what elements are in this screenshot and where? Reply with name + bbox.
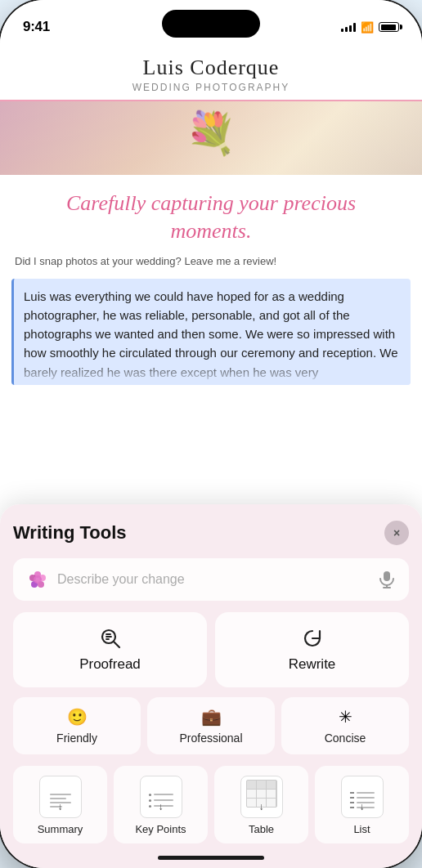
table-button[interactable]: ↓ Table xyxy=(214,766,308,843)
key-points-button[interactable]: ↓ Key Points xyxy=(114,766,208,843)
battery-icon xyxy=(379,22,399,32)
phone-frame: 9:41 📶 Luis Coderque Wedding Photography… xyxy=(0,0,422,868)
key-points-label: Key Points xyxy=(135,823,186,835)
site-header: Luis Coderque Wedding Photography xyxy=(0,44,422,101)
rewrite-button[interactable]: Rewrite xyxy=(215,612,409,687)
concise-label: Concise xyxy=(325,732,366,745)
format-actions: ↓ Summary ↓ Key Points xyxy=(13,766,409,843)
signal-icon xyxy=(341,22,356,32)
panel-header: Writing Tools × xyxy=(13,521,409,545)
professional-button[interactable]: 💼 Professional xyxy=(147,697,275,754)
site-tagline: Carefully capturing your precious moment… xyxy=(0,175,422,252)
friendly-label: Friendly xyxy=(56,732,97,745)
list-icon: ↓ xyxy=(341,776,384,818)
mic-icon[interactable] xyxy=(378,570,396,588)
professional-label: Professional xyxy=(179,732,242,745)
svg-rect-6 xyxy=(384,571,390,581)
status-icons: 📶 xyxy=(341,21,399,34)
search-placeholder[interactable]: Describe your change xyxy=(57,572,370,587)
website-content: Luis Coderque Wedding Photography Carefu… xyxy=(0,44,422,385)
ai-flower-icon xyxy=(26,568,49,591)
concise-button[interactable]: ✳ Concise xyxy=(281,697,409,754)
professional-icon: 💼 xyxy=(201,707,222,727)
home-indicator xyxy=(158,856,264,860)
summary-label: Summary xyxy=(38,823,83,835)
friendly-button[interactable]: 🙂 Friendly xyxy=(13,697,141,754)
hero-image xyxy=(0,101,422,175)
site-subtitle: Wedding Photography xyxy=(16,82,406,93)
proofread-button[interactable]: Proofread xyxy=(13,612,207,687)
selected-text: Luis was everything we could have hoped … xyxy=(11,279,411,385)
svg-point-5 xyxy=(34,575,42,584)
tone-actions: 🙂 Friendly 💼 Professional ✳ Concise xyxy=(13,697,409,754)
list-label: List xyxy=(353,823,370,835)
key-points-icon: ↓ xyxy=(140,776,182,818)
search-bar[interactable]: Describe your change xyxy=(13,558,409,601)
review-prompt: Did I snap photos at your wedding? Leave… xyxy=(0,252,422,275)
svg-line-10 xyxy=(114,642,119,647)
rewrite-label: Rewrite xyxy=(289,656,336,673)
status-time: 9:41 xyxy=(23,19,50,35)
table-label: Table xyxy=(249,823,274,835)
table-icon: ↓ xyxy=(240,776,283,818)
friendly-icon: 🙂 xyxy=(67,707,88,727)
rewrite-icon xyxy=(301,627,324,650)
summary-icon: ↓ xyxy=(39,776,82,818)
site-title: Luis Coderque xyxy=(16,56,406,80)
wifi-icon: 📶 xyxy=(361,21,374,34)
proofread-label: Proofread xyxy=(79,656,141,673)
dynamic-island xyxy=(162,10,260,38)
close-button[interactable]: × xyxy=(384,521,409,545)
concise-icon: ✳ xyxy=(339,707,352,727)
panel-title: Writing Tools xyxy=(13,522,127,544)
list-button[interactable]: ↓ List xyxy=(315,766,409,843)
main-actions: Proofread Rewrite xyxy=(13,612,409,687)
writing-tools-panel: Writing Tools × Describe your change xyxy=(0,504,422,868)
summary-button[interactable]: ↓ Summary xyxy=(13,766,107,843)
proofread-icon xyxy=(99,627,122,650)
